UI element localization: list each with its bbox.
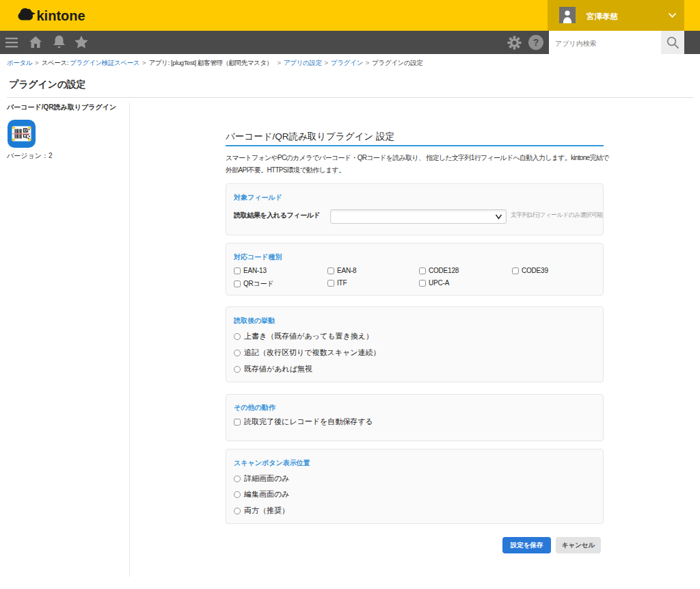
svg-text:?: ?: [533, 37, 539, 48]
svg-text:kintone: kintone: [37, 8, 85, 23]
